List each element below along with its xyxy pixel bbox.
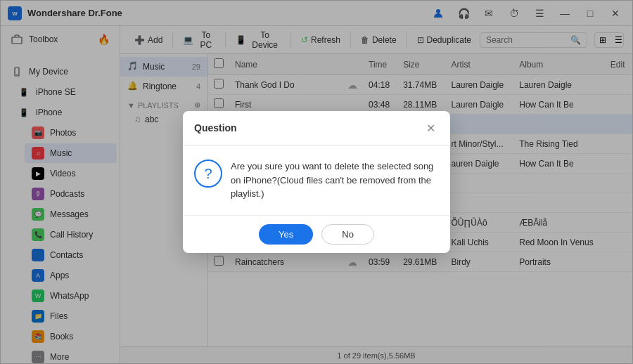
dialog-header: Question ✕ [183, 111, 450, 145]
dialog-body: ? Are you sure you want to delete the se… [183, 145, 450, 215]
dialog-title: Question [194, 122, 422, 134]
dialog-no-button[interactable]: No [321, 224, 374, 245]
dialog-overlay: Question ✕ ? Are you sure you want to de… [0, 0, 633, 364]
dialog-close-button[interactable]: ✕ [422, 119, 439, 136]
dialog-footer: Yes No [183, 215, 450, 253]
question-dialog: Question ✕ ? Are you sure you want to de… [183, 111, 450, 253]
dialog-message: Are you sure you want to delete the sele… [231, 160, 439, 201]
dialog-yes-button[interactable]: Yes [259, 224, 313, 245]
dialog-question-icon: ? [194, 160, 222, 188]
